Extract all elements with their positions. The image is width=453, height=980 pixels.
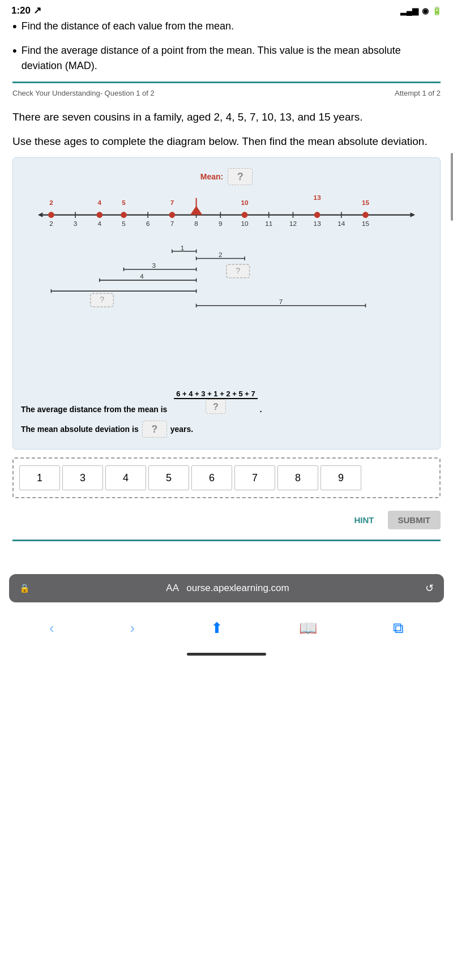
svg-marker-1	[38, 213, 43, 218]
back-button[interactable]: ‹	[39, 615, 65, 641]
svg-text:12: 12	[289, 220, 297, 227]
browser-bar[interactable]: 🔒 AA ourse.apexlearning.com ↺	[9, 574, 444, 602]
hint-button[interactable]: HINT	[348, 511, 381, 529]
fraction: 6 + 4 + 3 + 1 + 2 + 5 + 7 ?	[174, 390, 258, 414]
tile-7[interactable]: 7	[234, 465, 275, 490]
svg-text:15: 15	[362, 220, 370, 227]
question-header: Check Your Understanding- Question 1 of …	[12, 83, 441, 101]
scrollbar[interactable]	[451, 153, 453, 221]
question-body-1: There are seven cousins in a family, age…	[12, 109, 441, 125]
battery-icon: 🔋	[432, 6, 442, 15]
svg-text:7: 7	[170, 199, 174, 207]
svg-text:15: 15	[362, 199, 370, 207]
svg-text:2: 2	[219, 251, 223, 258]
avg-distance-label: The average distance from the mean is	[21, 405, 167, 414]
svg-text:2: 2	[49, 220, 53, 227]
mad-unit: years.	[170, 425, 193, 434]
status-time: 1:20 ↗	[11, 5, 41, 16]
url-prefix: AA	[166, 583, 183, 593]
bullet-dot-2: •	[12, 43, 17, 59]
tile-5[interactable]: 5	[148, 465, 189, 490]
avg-distance-row: The average distance from the mean is 6 …	[21, 390, 432, 414]
svg-text:3: 3	[152, 261, 156, 268]
svg-text:4: 4	[140, 272, 144, 280]
number-line-svg: 2 3 4 5 6 7 8 9 10 11 12 13 14 15	[21, 192, 432, 240]
svg-point-34	[169, 212, 176, 219]
svg-text:11: 11	[265, 220, 272, 227]
reload-icon[interactable]: ↺	[425, 582, 434, 594]
svg-marker-2	[411, 213, 416, 218]
tile-1[interactable]: 1	[19, 465, 60, 490]
lock-icon: 🔒	[19, 583, 30, 593]
number-line-area: 2 3 4 5 6 7 8 9 10 11 12 13 14 15	[21, 192, 432, 242]
status-icons: ▂▄▆ ◉ 🔋	[400, 6, 442, 15]
tile-4[interactable]: 4	[105, 465, 146, 490]
mean-blank[interactable]: ?	[228, 168, 253, 185]
content-area: • Find the distance of each value from t…	[0, 19, 453, 541]
svg-point-36	[314, 212, 320, 219]
svg-text:5: 5	[122, 199, 126, 207]
svg-point-37	[362, 212, 369, 219]
tabs-button[interactable]: ⧉	[383, 615, 414, 641]
bookmarks-button[interactable]: 📖	[289, 615, 327, 641]
svg-text:5: 5	[122, 220, 126, 227]
svg-text:13: 13	[314, 220, 322, 227]
mad-row: The mean absolute deviation is ? years.	[21, 421, 432, 438]
svg-text:7: 7	[279, 297, 283, 305]
svg-text:3: 3	[74, 220, 78, 227]
mean-label-area: Mean: ?	[21, 168, 432, 185]
distance-brackets: 1 2 3 ? 4	[21, 245, 432, 380]
svg-text:14: 14	[337, 220, 345, 227]
svg-text:6: 6	[146, 220, 150, 227]
question-body-2: Use these ages to complete the diagram b…	[12, 133, 441, 149]
svg-point-32	[96, 212, 102, 219]
tile-6[interactable]: 6	[191, 465, 232, 490]
svg-text:2: 2	[49, 199, 53, 207]
question-label: Check Your Understanding- Question 1 of …	[12, 89, 155, 97]
svg-text:?: ?	[236, 266, 240, 275]
svg-point-31	[48, 212, 54, 219]
nav-bar: ‹ › ⬆ 📖 ⧉	[0, 609, 453, 653]
svg-point-35	[242, 212, 248, 219]
diagram-box: Mean: ?	[12, 157, 441, 450]
fraction-denominator-blank[interactable]: ?	[206, 399, 226, 414]
home-indicator	[187, 653, 266, 656]
svg-text:7: 7	[170, 220, 174, 227]
fraction-top: 6 + 4 + 3 + 1 + 2 + 5 + 7	[174, 390, 258, 400]
tile-9[interactable]: 9	[320, 465, 361, 490]
mad-blank[interactable]: ?	[142, 421, 167, 438]
bullet-2: • Find the average distance of a point f…	[12, 43, 441, 74]
share-button[interactable]: ⬆	[200, 615, 233, 641]
status-bar: 1:20 ↗ ▂▄▆ ◉ 🔋	[0, 0, 453, 19]
fraction-bottom: ?	[203, 399, 228, 414]
svg-text:10: 10	[241, 199, 249, 207]
svg-text:8: 8	[194, 220, 198, 227]
svg-marker-38	[190, 206, 202, 215]
action-row: HINT SUBMIT	[12, 506, 441, 536]
svg-text:1: 1	[181, 245, 185, 251]
wifi-icon: ◉	[422, 6, 429, 15]
svg-text:4: 4	[98, 220, 102, 227]
svg-text:4: 4	[98, 199, 102, 207]
mean-label: Mean:	[200, 172, 223, 181]
svg-point-33	[121, 212, 127, 219]
svg-text:10: 10	[241, 220, 249, 227]
answer-tiles: 1 3 4 5 6 7 8 9	[12, 457, 441, 498]
attempt-label: Attempt 1 of 2	[395, 89, 441, 97]
svg-text:13: 13	[314, 194, 322, 201]
spacer	[0, 541, 453, 564]
submit-button[interactable]: SUBMIT	[388, 511, 441, 529]
signal-icon: ▂▄▆	[400, 6, 418, 15]
svg-text:9: 9	[219, 220, 223, 227]
forward-button[interactable]: ›	[120, 615, 146, 641]
browser-url: AA ourse.apexlearning.com	[36, 583, 420, 594]
tile-8[interactable]: 8	[277, 465, 318, 490]
svg-text:?: ?	[100, 294, 104, 304]
tile-3[interactable]: 3	[62, 465, 103, 490]
bullet-1: • Find the distance of each value from t…	[12, 19, 441, 35]
distance-svg: 1 2 3 ? 4	[21, 245, 432, 378]
mad-label: The mean absolute deviation is	[21, 425, 139, 434]
bullet-dot-1: •	[12, 19, 17, 35]
